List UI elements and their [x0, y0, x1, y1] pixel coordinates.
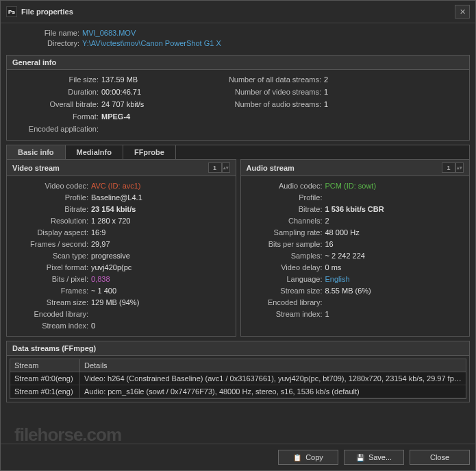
general-label: Number of audio streams: — [204, 99, 324, 110]
stream-label: Stream index: — [247, 309, 325, 319]
video-stream-panel: Video stream 1 ▴▾ Video codec:AVC (ID: a… — [6, 159, 236, 337]
stream-value: 16 — [325, 239, 334, 250]
titlebar: Ps File properties ✕ — [1, 1, 475, 23]
stream-id-cell: Stream #0:0(eng) — [10, 372, 80, 385]
stream-value: English — [325, 274, 350, 285]
stream-value: 16:9 — [91, 227, 105, 238]
stream-label: Encoded library: — [12, 309, 91, 319]
table-row[interactable]: Stream #0:1(eng)Audio: pcm_s16le (sowt /… — [10, 385, 466, 398]
general-value: 137.59 MB — [101, 74, 138, 85]
data-streams-table: Stream Details Stream #0:0(eng)Video: h2… — [10, 359, 466, 399]
general-value: 2 — [324, 74, 328, 85]
stream-value: 0 — [91, 320, 95, 331]
stream-value: 1 536 kbit/s CBR — [325, 204, 384, 215]
stream-label: Audio codec: — [247, 180, 325, 191]
general-value: 24 707 kbit/s — [101, 99, 144, 110]
stream-label: Resolution: — [12, 215, 91, 226]
directory-label: Directory: — [10, 39, 82, 47]
stream-value: Baseline@L4.1 — [91, 192, 142, 203]
general-label: Encoded application: — [12, 123, 101, 134]
stream-label: Frames / second: — [12, 239, 91, 250]
stream-label: Profile: — [247, 192, 325, 203]
close-button[interactable]: Close — [410, 450, 470, 465]
stream-value: ~ 2 242 224 — [325, 250, 365, 261]
file-properties-window: Ps File properties ✕ File name: MVI_0683… — [0, 0, 476, 471]
stream-label: Encoded library: — [247, 297, 325, 308]
file-name-label: File name: — [10, 29, 82, 37]
stream-label: Stream size: — [247, 285, 325, 296]
general-value: 1 — [324, 99, 328, 110]
stream-label: Bits / pixel: — [12, 274, 91, 285]
tab-mediainfo[interactable]: MediaInfo — [66, 145, 123, 159]
general-label: Overall bitrate: — [12, 99, 101, 110]
video-stream-index: 1 — [208, 162, 222, 173]
file-header: File name: MVI_0683.MOV Directory: Y:\AV… — [6, 27, 470, 55]
general-info-header: General info — [7, 56, 469, 70]
stream-value: 0,838 — [91, 274, 110, 285]
stream-value: 23 154 kbit/s — [91, 204, 136, 215]
stream-label: Scan type: — [12, 250, 91, 261]
general-info-panel: General info File size:137.59 MBDuration… — [6, 55, 470, 141]
window-title: File properties — [21, 8, 455, 16]
stream-label: Language: — [247, 274, 325, 285]
general-value: 1 — [324, 86, 328, 97]
stream-label: Pixel format: — [12, 262, 91, 273]
info-tabs: Basic infoMediaInfoFFprobe — [6, 145, 470, 159]
stream-label: Stream size: — [12, 297, 91, 308]
data-streams-header: Data streams (FFmpeg) — [7, 341, 469, 356]
stream-label: Video codec: — [12, 180, 91, 191]
video-stream-title: Video stream — [12, 164, 60, 172]
stream-label: Sampling rate: — [247, 227, 325, 238]
content-area: File name: MVI_0683.MOV Directory: Y:\AV… — [1, 23, 475, 444]
stream-label: Video delay: — [247, 262, 325, 273]
stream-value: 129 MB (94%) — [91, 297, 139, 308]
stream-label: Profile: — [12, 192, 91, 203]
table-row[interactable]: Stream #0:0(eng)Video: h264 (Constrained… — [10, 372, 466, 385]
stream-label: Samples: — [247, 250, 325, 261]
footer: filehorse.com 📋 Copy 💾 Save... Close — [1, 444, 475, 470]
stream-label: Bits per sample: — [247, 239, 325, 250]
column-stream[interactable]: Stream — [10, 359, 80, 372]
stream-label: Bitrate: — [12, 204, 91, 215]
stream-label: Bitrate: — [247, 204, 325, 215]
stream-id-cell: Stream #0:1(eng) — [10, 385, 80, 398]
save-button[interactable]: 💾 Save... — [344, 450, 404, 465]
stream-label: Channels: — [247, 215, 325, 226]
stream-value: 8.55 MB (6%) — [325, 285, 371, 296]
copy-icon: 📋 — [293, 454, 301, 461]
tab-basic-info[interactable]: Basic info — [7, 145, 66, 159]
stream-value: 1 — [325, 309, 329, 319]
stream-value: 0 ms — [325, 262, 342, 273]
general-label: Number of video streams: — [204, 86, 324, 97]
stream-label: Display aspect: — [12, 227, 91, 238]
stream-value: 1 280 x 720 — [91, 215, 131, 226]
general-label: File size: — [12, 74, 101, 85]
stream-value: progressive — [91, 250, 130, 261]
tab-ffprobe[interactable]: FFprobe — [123, 145, 176, 159]
general-label: Format: — [12, 111, 101, 122]
stream-details-cell: Audio: pcm_s16le (sowt / 0x74776F73), 48… — [80, 385, 466, 398]
stream-value: yuvj420p(pc — [91, 262, 131, 273]
stream-value: AVC (ID: avc1) — [91, 180, 141, 191]
save-icon: 💾 — [356, 454, 364, 461]
column-details[interactable]: Details — [80, 359, 466, 372]
stream-value: PCM (ID: sowt) — [325, 180, 377, 191]
stream-value: 29,97 — [91, 239, 110, 250]
audio-stream-stepper[interactable]: ▴▾ — [455, 162, 464, 173]
audio-stream-index: 1 — [442, 162, 455, 173]
stream-label: Stream index: — [12, 320, 91, 331]
close-icon[interactable]: ✕ — [455, 5, 470, 19]
stream-details-cell: Video: h264 (Constrained Baseline) (avc1… — [80, 372, 466, 385]
video-stream-stepper[interactable]: ▴▾ — [222, 162, 230, 173]
general-value: MPEG-4 — [101, 111, 130, 122]
audio-stream-title: Audio stream — [247, 164, 295, 172]
directory-link[interactable]: Y:\AV\vctest\mov\Canon PowerShot G1 X — [82, 39, 221, 47]
general-value: 00:00:46.71 — [101, 86, 141, 97]
data-streams-panel: Data streams (FFmpeg) Stream Details Str… — [6, 341, 470, 402]
general-label: Duration: — [12, 86, 101, 97]
stream-value: 48 000 Hz — [325, 227, 360, 238]
stream-value: ~ 1 400 — [91, 285, 116, 296]
stream-value: 2 — [325, 215, 329, 226]
file-name-link[interactable]: MVI_0683.MOV — [82, 29, 136, 37]
copy-button[interactable]: 📋 Copy — [278, 450, 338, 465]
